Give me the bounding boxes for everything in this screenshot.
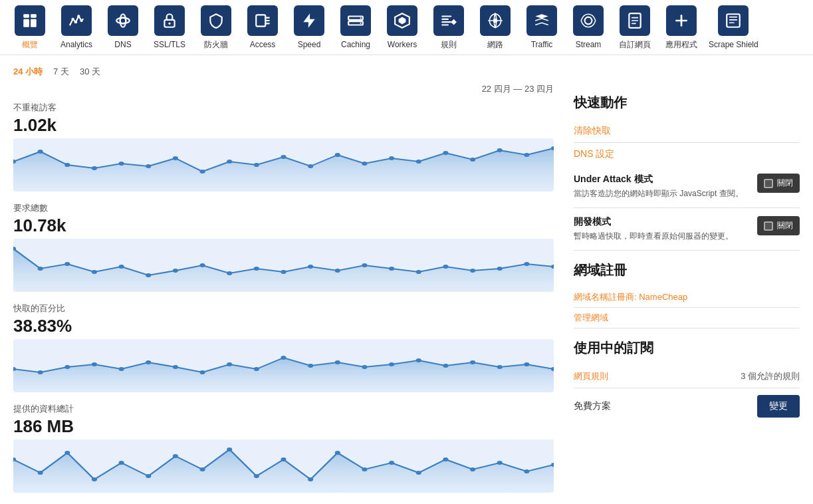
svg-point-17	[360, 23, 362, 24]
chart-cache-percent	[13, 339, 554, 392]
dev-mode-toggle[interactable]: 關閉	[757, 216, 800, 235]
svg-point-64	[389, 267, 394, 271]
nav-item-network[interactable]: 網路	[472, 0, 519, 55]
domain-registration-title: 網域註冊	[574, 261, 800, 279]
svg-point-81	[254, 367, 259, 371]
svg-point-8	[120, 18, 126, 24]
svg-point-113	[524, 469, 529, 473]
stat-label-cache-percent: 快取的百分比	[13, 303, 554, 315]
svg-point-100	[173, 454, 178, 458]
svg-point-98	[119, 461, 124, 465]
nav-item-overview[interactable]: 概覽	[7, 0, 53, 55]
stat-bandwidth: 提供的資料總計 186 MB	[13, 403, 554, 493]
stat-cache-percent: 快取的百分比 38.83%	[13, 303, 554, 392]
svg-point-85	[362, 365, 367, 369]
svg-point-106	[335, 451, 340, 455]
svg-point-107	[362, 467, 367, 471]
dns-icon	[108, 5, 138, 36]
svg-point-44	[443, 151, 448, 155]
date-range: 22 四月 — 23 四月	[13, 83, 554, 95]
nav-item-traffic[interactable]: Traffic	[519, 0, 565, 55]
nav-label-scrape-shield: Scrape Shield	[709, 40, 758, 49]
nav-item-dns[interactable]: DNS	[100, 0, 146, 55]
svg-marker-19	[399, 17, 406, 25]
time-btn-7d[interactable]: 7 天	[53, 66, 69, 78]
stat-unique-visitors: 不重複訪客 1.02k	[13, 102, 554, 191]
svg-point-77	[146, 360, 151, 364]
rules-icon	[433, 5, 464, 36]
nav-label-rules: 規則	[441, 40, 457, 49]
under-attack-toggle[interactable]: 關閉	[757, 174, 800, 193]
svg-point-78	[173, 365, 178, 369]
under-attack-btn-label: 關閉	[777, 178, 793, 189]
svg-point-56	[173, 269, 178, 273]
nav-label-ssl: SSL/TLS	[154, 40, 185, 49]
stat-label-total-requests: 要求總數	[13, 202, 554, 214]
nav-item-custom-pages[interactable]: 自訂網頁	[612, 0, 658, 55]
dns-settings-link[interactable]: DNS 設定	[574, 143, 800, 166]
svg-rect-26	[727, 14, 741, 27]
registrar-link[interactable]: 網域名稱註冊商: NameCheap	[574, 287, 800, 308]
time-btn-30d[interactable]: 30 天	[80, 66, 100, 78]
nav-item-workers[interactable]: Workers	[379, 0, 425, 55]
subscription-section: 網頁規則 3 個允許的規則 免費方案 變更	[574, 365, 800, 424]
svg-point-82	[281, 356, 286, 360]
stat-value-unique-visitors: 1.02k	[13, 115, 554, 136]
nav-label-traffic: Traffic	[531, 40, 553, 49]
manage-domain-link[interactable]: 管理網域	[574, 308, 800, 328]
dev-mode-btn-label: 關閉	[777, 220, 793, 231]
svg-point-47	[524, 153, 529, 157]
page-rules-value: 3 個允許的規則	[741, 370, 800, 382]
svg-point-88	[443, 364, 448, 368]
svg-point-54	[119, 265, 124, 269]
plan-row: 免費方案 變更	[574, 388, 800, 424]
svg-point-43	[416, 160, 421, 164]
page-rules-row: 網頁規則 3 個允許的規則	[574, 365, 800, 388]
svg-point-9	[116, 18, 130, 24]
nav-item-analytics[interactable]: Analytics	[53, 0, 100, 55]
chart-unique-visitors	[13, 138, 554, 191]
svg-point-12	[168, 23, 170, 25]
time-btn-24h[interactable]: 24 小時	[13, 66, 43, 78]
toggle-icon-dev-mode	[764, 221, 773, 231]
svg-point-5	[74, 21, 77, 23]
svg-point-108	[389, 461, 394, 465]
nav-item-caching[interactable]: Caching	[332, 0, 379, 55]
top-navigation: 概覽 Analytics DNS SSL/TLS 防火牆 Access	[0, 0, 813, 55]
toggle-icon-under-attack	[764, 179, 773, 188]
svg-point-33	[146, 164, 151, 168]
domain-section: 網域名稱註冊商: NameCheap 管理網域	[574, 287, 800, 328]
svg-point-86	[389, 362, 394, 366]
svg-point-74	[64, 365, 70, 369]
page-rules-label[interactable]: 網頁規則	[574, 370, 608, 382]
clear-cache-link[interactable]: 清除快取	[574, 120, 800, 143]
under-attack-desc: 當訪客造訪您的網站時即顯示 JavaScript 查閱。	[574, 188, 749, 199]
nav-label-caching: Caching	[341, 40, 370, 49]
subscription-title: 使用中的訂閱	[574, 339, 800, 357]
stat-total-requests: 要求總數 10.78k	[13, 202, 554, 292]
svg-point-22	[585, 17, 592, 25]
svg-point-10	[120, 14, 126, 27]
nav-item-speed[interactable]: Speed	[286, 0, 332, 55]
svg-point-66	[443, 265, 448, 269]
svg-point-103	[254, 474, 259, 478]
nav-label-speed: Speed	[298, 40, 321, 49]
svg-point-41	[362, 162, 367, 166]
nav-item-firewall[interactable]: 防火牆	[193, 0, 239, 55]
svg-point-4	[71, 18, 74, 21]
nav-item-stream[interactable]: Stream	[565, 0, 612, 55]
svg-point-65	[416, 270, 421, 274]
nav-item-ssl[interactable]: SSL/TLS	[146, 0, 193, 55]
dev-mode-row: 開發模式 暫時略過快取，即時查看原始伺服器的變更。 關閉	[574, 208, 800, 251]
stat-label-bandwidth: 提供的資料總計	[13, 403, 554, 415]
overview-icon	[15, 5, 45, 36]
nav-label-access: Access	[250, 40, 276, 49]
nav-item-apps[interactable]: 應用程式	[658, 0, 705, 55]
svg-point-39	[308, 164, 313, 168]
change-plan-button[interactable]: 變更	[757, 395, 800, 418]
svg-point-32	[119, 162, 124, 166]
nav-item-access[interactable]: Access	[239, 0, 286, 55]
nav-item-rules[interactable]: 規則	[425, 0, 472, 55]
nav-item-scrape-shield[interactable]: Scrape Shield	[705, 0, 762, 55]
svg-point-68	[497, 267, 503, 271]
